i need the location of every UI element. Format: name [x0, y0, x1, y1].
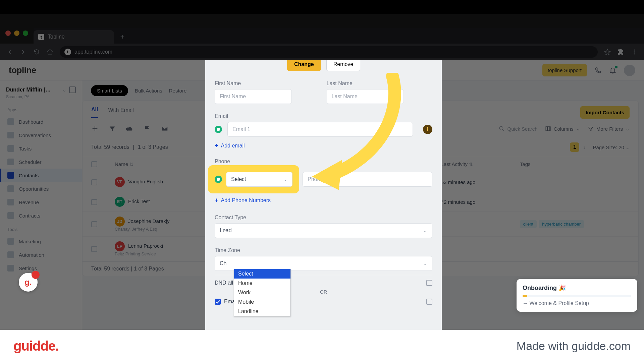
phone-primary-radio[interactable]: [215, 176, 222, 183]
guidde-logo: guidde.: [13, 339, 59, 354]
chevron-down-icon: ⌄: [283, 177, 287, 182]
contact-type-value: Lead: [220, 228, 232, 234]
guidde-badge-letter: g.: [24, 278, 32, 287]
onboarding-progress: [523, 295, 631, 297]
dropdown-option[interactable]: Work: [234, 288, 290, 297]
time-zone-value: Ch: [220, 260, 226, 266]
email-primary-radio[interactable]: [215, 126, 222, 133]
time-zone-label: Time Zone: [215, 247, 432, 253]
phone-type-highlight: Select ⌄: [210, 167, 297, 191]
guidde-footer: guidde. Made with guidde.com: [0, 330, 644, 362]
phone-label: Phone: [215, 159, 432, 165]
add-phone-link[interactable]: +Add Phone Numbers: [215, 197, 271, 204]
last-name-input[interactable]: [327, 89, 404, 104]
plus-icon: +: [215, 197, 218, 204]
dropdown-option[interactable]: Select: [234, 269, 290, 279]
chevron-down-icon: ⌄: [423, 228, 427, 233]
onboarding-card[interactable]: Onboarding 🎉 → Welcome & Profile Setup: [517, 279, 637, 312]
first-name-label: First Name: [215, 80, 321, 86]
plus-icon: +: [215, 142, 218, 149]
add-email-link[interactable]: +Add email: [215, 142, 245, 149]
chevron-down-icon: ⌄: [423, 261, 427, 266]
phone-type-value: Select: [231, 176, 246, 182]
dropdown-option[interactable]: Landline: [234, 307, 290, 316]
contact-type-label: Contact Type: [215, 215, 432, 221]
remove-button[interactable]: Remove: [326, 60, 361, 71]
first-name-input[interactable]: [215, 89, 292, 104]
guidde-badge-count: 2: [32, 271, 40, 279]
contact-type-select[interactable]: Lead ⌄: [215, 223, 432, 238]
emails-checkbox[interactable]: [215, 299, 221, 305]
onboarding-step[interactable]: → Welcome & Profile Setup: [523, 300, 631, 306]
email-input[interactable]: [227, 122, 413, 137]
phone-input[interactable]: [303, 172, 432, 187]
dnd-checkbox[interactable]: [426, 280, 432, 286]
onboarding-title: Onboarding 🎉: [523, 284, 631, 292]
email-label: Email: [215, 113, 432, 119]
info-icon[interactable]: i: [423, 125, 432, 134]
phone-type-dropdown[interactable]: Select Home Work Mobile Landline: [234, 269, 291, 316]
dropdown-option[interactable]: Home: [234, 279, 290, 288]
change-button[interactable]: Change: [287, 60, 321, 71]
phone-type-select[interactable]: Select ⌄: [226, 172, 292, 187]
emails-right-checkbox[interactable]: [426, 299, 432, 305]
dropdown-option[interactable]: Mobile: [234, 297, 290, 307]
made-with-text: Made with guidde.com: [517, 340, 631, 353]
last-name-label: Last Name: [327, 80, 433, 86]
guidde-badge[interactable]: g. 2: [19, 273, 38, 292]
